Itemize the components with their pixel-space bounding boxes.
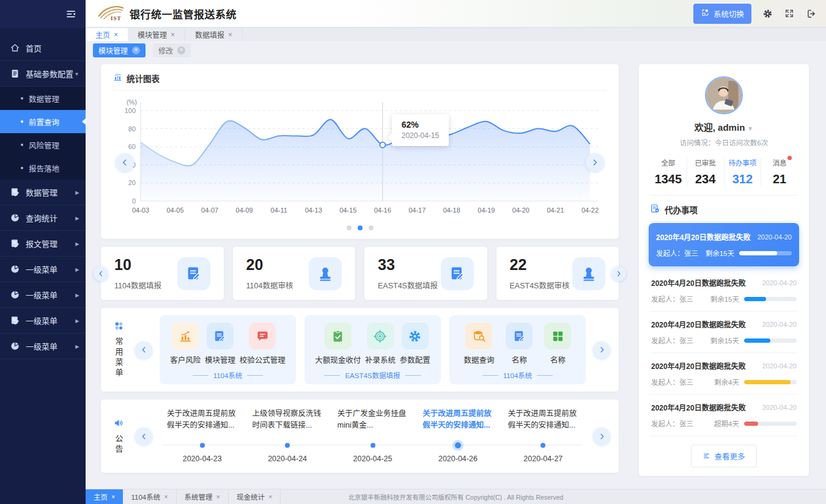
menu-item-校验公式管理[interactable]: 校验公式管理: [240, 323, 286, 365]
sidebar-subitem-风险管理[interactable]: 风险管理: [0, 133, 86, 156]
todo-item[interactable]: 2020年4月20日数据跑批失败2020-04-20发起人：张三剩余15天: [649, 223, 799, 266]
bottom-tab-主页[interactable]: 主页×: [86, 489, 123, 504]
announcement-item[interactable]: 关于改进周五提前放假半天的安排通知...2020-04-23: [160, 407, 245, 466]
close-icon[interactable]: ×: [177, 46, 185, 54]
tab-主页[interactable]: 主页×: [86, 28, 128, 41]
sidebar-subitem-报告落地[interactable]: 报告落地: [0, 156, 86, 180]
todo-progress-bar: [744, 380, 797, 384]
tab-模块管理[interactable]: 模块管理×: [128, 28, 185, 41]
stat-card-1104数据填报[interactable]: 101104数据填报: [101, 247, 224, 300]
pagination-dot[interactable]: [358, 225, 363, 230]
announcement-item[interactable]: 关于广发金业务挂盘mini黄金...2020-04-25: [330, 407, 415, 466]
profile-stat-待办事项[interactable]: 待办事项312: [724, 157, 761, 186]
stats-next-button[interactable]: [611, 266, 626, 281]
chart-card-title: 统计图表: [113, 72, 607, 91]
menu-item-名称[interactable]: 名称: [506, 323, 533, 365]
stat-label: 1104数据审核: [246, 279, 293, 291]
announce-next-button[interactable]: [593, 428, 610, 445]
close-icon[interactable]: ×: [164, 493, 168, 500]
sidebar-item-查询统计[interactable]: 查询统计▶: [0, 205, 86, 231]
sidebar-item-首页[interactable]: 首页: [0, 35, 86, 61]
announcement-item[interactable]: 关于改进周五提前放假半天的安排通知...2020-04-26: [415, 407, 500, 466]
svg-text:04-05: 04-05: [166, 206, 183, 214]
sidebar-item-一级菜单[interactable]: 一级菜单▶: [0, 282, 86, 308]
close-icon[interactable]: ×: [171, 31, 175, 39]
gear-icon[interactable]: [761, 7, 773, 20]
profile-stat-value: 234: [687, 172, 724, 186]
chart-prev-button[interactable]: [116, 153, 134, 172]
todo-date: 2020-04-20: [758, 233, 792, 241]
chevron-right-icon: ▶: [75, 215, 79, 221]
collapse-menu-icon[interactable]: [65, 8, 77, 20]
tab-数据填报[interactable]: 数据填报×: [185, 28, 243, 41]
logout-icon[interactable]: [805, 7, 817, 20]
bottom-tab-1104系统[interactable]: 1104系统×: [123, 489, 176, 504]
menu-item-客户风险[interactable]: 客户风险: [170, 323, 201, 365]
right-panel: 欢迎, admin▼ 访问情况：今日访问次数6次 全部1345已审批234待办事…: [639, 64, 809, 489]
menu-item-数据查询[interactable]: 数据查询: [463, 323, 494, 365]
menu-item-大额现金收付[interactable]: 大额现金收付: [315, 323, 361, 365]
menu-group-EAST4S数据填报: 大额现金收付补录系统参数配置EAST4S数据填报: [304, 315, 441, 384]
todo-sender: 发起人：张三: [656, 248, 701, 258]
sidebar-subitem-数据管理[interactable]: 数据管理: [0, 87, 86, 110]
sidebar-item-一级菜单[interactable]: 一级菜单▶: [0, 308, 86, 334]
announce-prev-button[interactable]: [135, 428, 152, 445]
user-dropdown-caret[interactable]: ▼: [747, 125, 753, 132]
bottom-tab-系统管理[interactable]: 系统管理×: [177, 489, 229, 504]
stats-prev-button[interactable]: [94, 266, 108, 281]
brand: IST 银行统一监管报送系统: [97, 4, 237, 23]
todo-item[interactable]: 2020年4月20日数据跑批失败2020-04-20发起人：张三剩余15天: [650, 270, 798, 312]
svg-text:04-09: 04-09: [236, 206, 253, 214]
close-icon[interactable]: ×: [132, 46, 140, 54]
close-icon[interactable]: ×: [228, 31, 232, 39]
chip-模块管理[interactable]: 模块管理×: [93, 43, 146, 57]
profile-stat-已审批[interactable]: 已审批234: [687, 157, 724, 186]
pagination-dot[interactable]: [369, 225, 374, 230]
menu-item-补录系统[interactable]: 补录系统: [365, 323, 396, 365]
chart-next-button[interactable]: [586, 153, 604, 172]
stat-card-1104数据审核[interactable]: 201104数据审核: [233, 247, 356, 300]
sidebar-item-label: 数据管理: [26, 186, 75, 198]
sidebar-item-基础参数配置[interactable]: 基础参数配置▼: [0, 61, 86, 87]
home-icon: [10, 43, 20, 53]
close-icon[interactable]: ×: [114, 31, 118, 39]
todo-item[interactable]: 2020年4月20日数据跑批失败2020-04-20发起人：张三超期4天: [650, 395, 798, 436]
view-more-button[interactable]: 查看更多: [691, 445, 756, 467]
stat-card-EAST4S数据审核[interactable]: 22EAST4S数据审核: [496, 247, 619, 300]
bottom-tab-现金统计[interactable]: 现金统计×: [229, 489, 281, 504]
sidebar-subitem-前置查询[interactable]: 前置查询: [0, 110, 86, 133]
todo-item[interactable]: 2020年4月20日数据跑批失败2020-04-20发起人：张三剩余4天: [650, 353, 798, 395]
sidebar-item-一级菜单[interactable]: 一级菜单▶: [0, 334, 86, 359]
menu-item-模块管理[interactable]: 模块管理: [205, 323, 235, 365]
todo-sender: 发起人：张三: [651, 377, 709, 387]
chip-修改[interactable]: 修改×: [153, 43, 191, 57]
fullscreen-icon[interactable]: [783, 7, 795, 20]
announcement-item[interactable]: 上级领导视察反洗钱时间表下载链接...2020-04-24: [245, 407, 330, 466]
menu-item-名称[interactable]: 名称: [544, 323, 571, 365]
close-icon[interactable]: ×: [268, 493, 272, 500]
menu-next-button[interactable]: [593, 341, 610, 359]
stat-label: 1104数据填报: [114, 279, 161, 291]
sidebar-item-报文管理[interactable]: 报文管理▶: [0, 231, 86, 257]
menu-item-参数配置[interactable]: 参数配置: [400, 323, 430, 365]
bullet-dot-icon: [21, 144, 23, 146]
sidebar-item-数据管理[interactable]: 数据管理▶: [0, 180, 86, 205]
todo-item[interactable]: 2020年4月20日数据跑批失败2020-04-20发起人：张三剩余15天: [650, 312, 798, 353]
grid-menu-icon: [114, 321, 124, 334]
svg-text:(%): (%): [127, 98, 137, 106]
menu-item-label: 名称: [550, 354, 566, 365]
close-icon[interactable]: ×: [111, 493, 115, 500]
system-switch-button[interactable]: 系统切换: [693, 4, 751, 24]
sidebar-item-一级菜单[interactable]: 一级菜单▶: [0, 257, 86, 282]
todo-title: 2020年4月20日数据跑批失败: [651, 277, 746, 288]
tab-label: 模块管理: [138, 29, 167, 40]
stat-card-EAST4S数据填报[interactable]: 33EAST4S数据填报: [364, 247, 487, 300]
announcement-item[interactable]: 关于改进周五提前放假半天的安排通知...2020-04-27: [501, 407, 586, 466]
pagination-dot[interactable]: [347, 225, 352, 230]
menu-group-label: 1104系统: [168, 370, 287, 380]
profile-stat-全部[interactable]: 全部1345: [650, 157, 687, 186]
doc-edit-icon: [441, 257, 474, 290]
profile-stat-消息[interactable]: 消息21: [761, 157, 798, 186]
menu-prev-button[interactable]: [135, 341, 152, 359]
close-icon[interactable]: ×: [216, 493, 220, 500]
